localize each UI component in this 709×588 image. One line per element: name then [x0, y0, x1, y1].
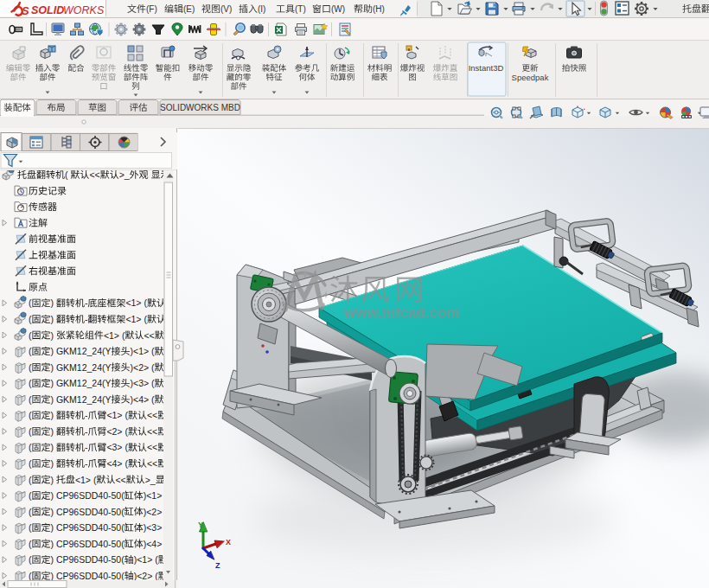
svg-text:): ) [51, 330, 54, 341]
svg-text:(I): (I) [258, 4, 265, 14]
svg-text:): ) [51, 475, 54, 485]
svg-text:(: ( [29, 442, 32, 452]
svg-text:) CP96SDD40-50(: ) CP96SDD40-50( [51, 539, 125, 549]
svg-text:) CP96SDD40-50(: ) CP96SDD40-50( [51, 522, 125, 533]
svg-text:<1> (: <1> ( [75, 475, 97, 485]
svg-text:S: S [22, 4, 29, 17]
svg-text:) GKM12_24(Y: ) GKM12_24(Y [51, 394, 112, 405]
svg-text:): ) [51, 442, 54, 452]
svg-text:) CP96SDD40-50(: ) CP96SDD40-50( [51, 554, 125, 565]
svg-text:(: ( [29, 362, 32, 373]
svg-text:): ) [51, 458, 54, 469]
svg-text:(: ( [29, 522, 32, 533]
svg-text:<<: << [115, 475, 125, 485]
svg-text:(: ( [29, 410, 32, 420]
svg-text:)<1> (: )<1> ( [131, 346, 156, 356]
svg-text:<<: << [147, 442, 157, 452]
svg-text:Z: Z [215, 561, 220, 570]
svg-text:(: ( [29, 539, 32, 549]
svg-text:(F): (F) [146, 4, 157, 14]
svg-text:): ) [51, 410, 54, 420]
svg-text:(: ( [29, 330, 32, 341]
svg-text:-: - [85, 314, 88, 324]
svg-text:<4> (: <4> ( [106, 458, 128, 469]
svg-text:) CP96SDD40-50(: ) CP96SDD40-50( [51, 507, 125, 517]
svg-text:(W): (W) [331, 4, 345, 14]
svg-text:(: ( [29, 571, 32, 581]
svg-text:SOLID: SOLID [31, 4, 64, 16]
svg-text:(: ( [29, 507, 32, 517]
svg-text:(V): (V) [220, 4, 232, 14]
svg-text:<<: << [89, 169, 99, 180]
svg-text:-: - [85, 442, 88, 452]
svg-text:<2> (: <2> ( [106, 426, 128, 437]
svg-text:)<1> (: )<1> ( [134, 554, 159, 565]
svg-text:-: - [85, 410, 88, 420]
svg-text:-: - [85, 426, 88, 437]
svg-text:(: ( [29, 297, 32, 308]
svg-text:) GKM12_24(Y: ) GKM12_24(Y [51, 378, 112, 388]
svg-text:)<3> (: )<3> ( [131, 378, 156, 388]
svg-text:(E): (E) [183, 4, 195, 14]
svg-text:<<: << [147, 426, 157, 437]
svg-text:(T): (T) [295, 4, 306, 14]
svg-text:<<: << [147, 410, 157, 420]
svg-text:WORKS: WORKS [63, 4, 105, 16]
svg-text:<3> (: <3> ( [106, 442, 128, 452]
svg-text:): ) [51, 426, 54, 437]
svg-text:SOLIDWORKS MBD: SOLIDWORKS MBD [160, 103, 240, 112]
svg-text:) CP96SDD40-50(: ) CP96SDD40-50( [51, 490, 125, 501]
svg-text:X: X [226, 538, 231, 546]
svg-text:<1> (: <1> ( [125, 314, 147, 324]
svg-text:>_: >_ [119, 169, 130, 180]
svg-text:) GKM12_24(Y: ) GKM12_24(Y [51, 362, 112, 373]
svg-text:<<: << [144, 330, 154, 341]
svg-text:): ) [51, 297, 54, 308]
svg-text:>_: >_ [145, 475, 156, 485]
svg-text:Speedpak: Speedpak [512, 73, 549, 82]
svg-text:(: ( [29, 458, 32, 469]
svg-text:)<2> (: )<2> ( [131, 362, 156, 373]
svg-text:)<4> (: )<4> ( [131, 394, 156, 405]
svg-text:(: ( [29, 475, 32, 485]
svg-text:(: ( [29, 346, 32, 356]
svg-text:(: ( [29, 490, 32, 501]
svg-text:) GKM12_24(Y: ) GKM12_24(Y [51, 346, 112, 356]
svg-text:(: ( [29, 554, 32, 565]
svg-text:<1> (: <1> ( [125, 297, 147, 308]
svg-text:): ) [51, 314, 54, 324]
svg-text:<1> (: <1> ( [104, 330, 125, 341]
svg-text:(: ( [29, 378, 32, 388]
svg-text:(: ( [29, 394, 32, 405]
svg-text:<<: << [147, 458, 157, 469]
svg-text:(: ( [29, 426, 32, 437]
svg-text:-: - [85, 297, 88, 308]
svg-text:(: ( [29, 314, 32, 324]
svg-text:) CP96SDD40-50(: ) CP96SDD40-50( [51, 571, 125, 581]
svg-text:-: - [85, 458, 88, 469]
svg-text:Instant3D: Instant3D [469, 63, 504, 73]
svg-text:Y: Y [198, 521, 203, 529]
svg-text:<1> (: <1> ( [106, 410, 128, 420]
svg-text:www.mfcad.com: www.mfcad.com [343, 304, 460, 321]
svg-text:(H): (H) [373, 4, 385, 14]
svg-text:(: ( [65, 169, 68, 180]
svg-text:)<2> (: )<2> ( [134, 571, 159, 581]
